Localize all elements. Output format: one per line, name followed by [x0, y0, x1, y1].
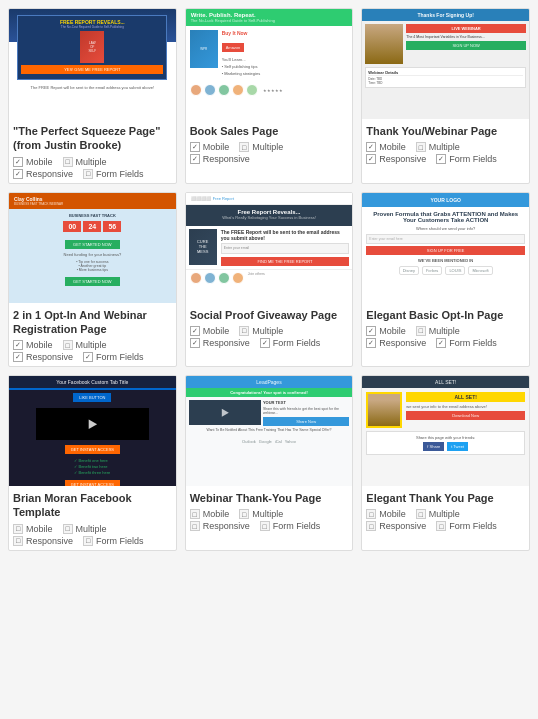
template-card-elegant-basic[interactable]: YOUR LOGO Proven Formula that Grabs ATTE… — [361, 192, 530, 368]
card-title-thankyou-webinar: Thank You/Webinar Page — [366, 124, 525, 138]
template-card-2in1-optin[interactable]: Clay Collins BUSINESS FAST TRACK WEBINAR… — [8, 192, 177, 368]
card-info-elegant-thankyou: Elegant Thank You Page □ Mobile □ Multip… — [362, 486, 529, 535]
card-info-thankyou-webinar: Thank You/Webinar Page ✓ Mobile □ Multip… — [362, 119, 529, 168]
badge-multiple-9: □ Multiple — [416, 509, 460, 519]
badge-mobile-6: ✓ Mobile — [366, 326, 406, 336]
badge-form-fields-8: □ Form Fields — [260, 521, 321, 531]
badge-responsive-2: ✓ Responsive — [190, 154, 250, 164]
thumbnail-brian-moran: Your Facebook Custom Tab Title LIKE BUTT… — [9, 376, 176, 486]
badge-multiple: □ Multiple — [63, 157, 107, 167]
card-title-squeeze-page: "The Perfect Squeeze Page" (from Justin … — [13, 124, 172, 153]
thumbnail-webinar-thankyou: LeadPages Congratulations! Your spot is … — [186, 376, 353, 486]
badge-form-fields-3: ✓ Form Fields — [436, 154, 497, 164]
badge-responsive-7: □ Responsive — [13, 536, 73, 546]
thumbnail-book-sales: Write. Publish. Repeat. The No-Luck Requ… — [186, 9, 353, 119]
badge-mobile-8: □ Mobile — [190, 509, 230, 519]
card-info-book-sales: Book Sales Page ✓ Mobile □ Multiple ✓ Re… — [186, 119, 353, 168]
badge-multiple-5: □ Multiple — [239, 326, 283, 336]
badge-multiple-7: □ Multiple — [63, 524, 107, 534]
card-info-social-proof: Social Proof Giveaway Page ✓ Mobile □ Mu… — [186, 303, 353, 352]
badge-form-fields-4: ✓ Form Fields — [83, 352, 144, 362]
badge-mobile-4: ✓ Mobile — [13, 340, 53, 350]
thumbnail-social-proof: ⬜⬜⬜⬜ Free Report Free Report Reveals... … — [186, 193, 353, 303]
badge-mobile-7: □ Mobile — [13, 524, 53, 534]
card-info-elegant-basic: Elegant Basic Opt-In Page ✓ Mobile □ Mul… — [362, 303, 529, 352]
card-info-webinar-thankyou: Webinar Thank-You Page □ Mobile □ Multip… — [186, 486, 353, 535]
badge-responsive-9: □ Responsive — [366, 521, 426, 531]
badge-form-fields: □ Form Fields — [83, 169, 144, 179]
badge-responsive-8: □ Responsive — [190, 521, 250, 531]
badge-form-fields-9: □ Form Fields — [436, 521, 497, 531]
card-title-elegant-basic: Elegant Basic Opt-In Page — [366, 308, 525, 322]
card-title-social-proof: Social Proof Giveaway Page — [190, 308, 349, 322]
badge-responsive-5: ✓ Responsive — [190, 338, 250, 348]
badge-mobile-3: ✓ Mobile — [366, 142, 406, 152]
badge-form-fields-6: ✓ Form Fields — [436, 338, 497, 348]
card-info-squeeze-page: "The Perfect Squeeze Page" (from Justin … — [9, 119, 176, 183]
badge-multiple-3: □ Multiple — [416, 142, 460, 152]
thumbnail-elegant-thankyou: ALL SET! ALL SET! we sent your info to t… — [362, 376, 529, 486]
badge-multiple-4: □ Multiple — [63, 340, 107, 350]
badge-form-fields-5: ✓ Form Fields — [260, 338, 321, 348]
card-title-book-sales: Book Sales Page — [190, 124, 349, 138]
template-grid: FREE REPORT REVEALS... The No-Cost Requi… — [0, 0, 538, 559]
template-card-elegant-thankyou[interactable]: ALL SET! ALL SET! we sent your info to t… — [361, 375, 530, 551]
card-title-elegant-thankyou: Elegant Thank You Page — [366, 491, 525, 505]
thumbnail-thankyou-webinar: Thanks For Signing Up! LIVE WEBINAR The … — [362, 9, 529, 119]
thumbnail-2in1-optin: Clay Collins BUSINESS FAST TRACK WEBINAR… — [9, 193, 176, 303]
badge-responsive-6: ✓ Responsive — [366, 338, 426, 348]
badge-mobile-5: ✓ Mobile — [190, 326, 230, 336]
template-card-book-sales[interactable]: Write. Publish. Repeat. The No-Luck Requ… — [185, 8, 354, 184]
badge-multiple-6: □ Multiple — [416, 326, 460, 336]
card-title-2in1-optin: 2 in 1 Opt-In And Webinar Registration P… — [13, 308, 172, 337]
badge-form-fields-7: □ Form Fields — [83, 536, 144, 546]
card-info-brian-moran: Brian Moran Facebook Template □ Mobile □… — [9, 486, 176, 550]
template-card-brian-moran[interactable]: Your Facebook Custom Tab Title LIKE BUTT… — [8, 375, 177, 551]
badge-responsive-4: ✓ Responsive — [13, 352, 73, 362]
thumbnail-elegant-basic: YOUR LOGO Proven Formula that Grabs ATTE… — [362, 193, 529, 303]
badge-multiple-8: □ Multiple — [239, 509, 283, 519]
badge-mobile: ✓ Mobile — [13, 157, 53, 167]
badge-mobile-9: □ Mobile — [366, 509, 406, 519]
card-title-brian-moran: Brian Moran Facebook Template — [13, 491, 172, 520]
badge-responsive-3: ✓ Responsive — [366, 154, 426, 164]
card-title-webinar-thankyou: Webinar Thank-You Page — [190, 491, 349, 505]
badge-multiple-2: □ Multiple — [239, 142, 283, 152]
badge-responsive: ✓ Responsive — [13, 169, 73, 179]
template-card-webinar-thankyou[interactable]: LeadPages Congratulations! Your spot is … — [185, 375, 354, 551]
card-info-2in1-optin: 2 in 1 Opt-In And Webinar Registration P… — [9, 303, 176, 367]
badge-mobile-2: ✓ Mobile — [190, 142, 230, 152]
template-card-squeeze-page[interactable]: FREE REPORT REVEALS... The No-Cost Requi… — [8, 8, 177, 184]
template-card-thankyou-webinar[interactable]: Thanks For Signing Up! LIVE WEBINAR The … — [361, 8, 530, 184]
thumbnail-squeeze-page: FREE REPORT REVEALS... The No-Cost Requi… — [9, 9, 176, 119]
template-card-social-proof[interactable]: ⬜⬜⬜⬜ Free Report Free Report Reveals... … — [185, 192, 354, 368]
